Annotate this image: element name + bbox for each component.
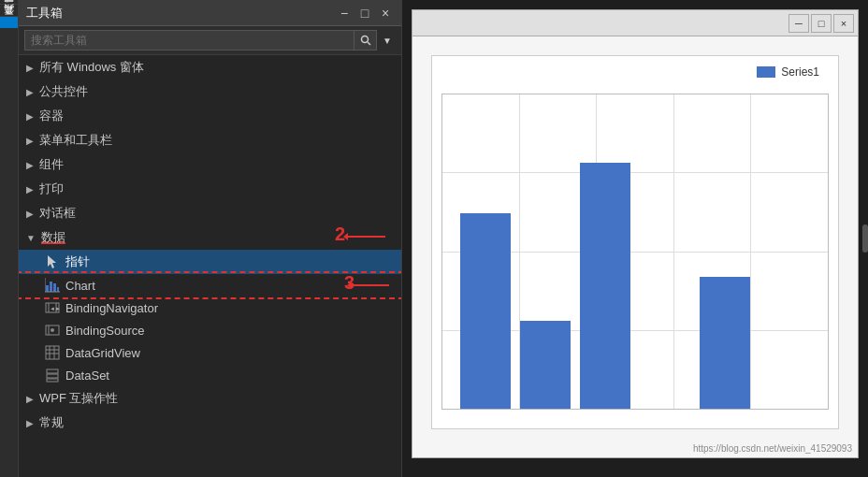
svg-rect-6 bbox=[50, 282, 52, 292]
chart-bar bbox=[580, 163, 630, 410]
arrow-annotation-2 bbox=[343, 227, 390, 246]
item-label: 指针 bbox=[65, 253, 90, 270]
category-label: 容器 bbox=[39, 108, 64, 124]
expand-arrow-icon bbox=[26, 87, 34, 97]
watermark-text: https://blog.csdn.net/weixin_41529093 bbox=[693, 443, 852, 454]
toolbox-search-bar: ▼ bbox=[19, 26, 401, 55]
chart-bar bbox=[520, 321, 571, 410]
design-surface: ─ □ × Series1 bbox=[402, 0, 868, 477]
chart-bars bbox=[451, 94, 819, 410]
svg-rect-26 bbox=[47, 374, 58, 378]
category-menus-toolbars[interactable]: 菜单和工具栏 bbox=[19, 128, 401, 152]
category-windows-forms[interactable]: 所有 Windows 窗体 bbox=[19, 55, 401, 80]
svg-rect-20 bbox=[46, 346, 59, 359]
item-label: DataGridView bbox=[65, 346, 140, 360]
category-containers[interactable]: 容器 bbox=[19, 104, 401, 128]
category-label: 数据 bbox=[41, 229, 65, 246]
item-label: BindingNavigator bbox=[65, 301, 158, 315]
toolbox-header: 工具箱 − □ × bbox=[19, 0, 401, 26]
chart-legend: Series1 bbox=[757, 65, 819, 79]
svg-point-19 bbox=[51, 328, 54, 332]
toolbox-item-datagridview[interactable]: DataGridView bbox=[19, 341, 401, 364]
svg-text:◄►: ◄► bbox=[50, 306, 60, 311]
svg-line-1 bbox=[368, 42, 370, 45]
expand-arrow-icon bbox=[26, 184, 34, 195]
expand-arrow-icon bbox=[26, 394, 34, 404]
search-icon bbox=[360, 35, 371, 46]
category-label: 菜单和工具栏 bbox=[39, 132, 112, 149]
svg-rect-5 bbox=[46, 285, 49, 292]
category-label: 所有 Windows 窗体 bbox=[39, 59, 144, 76]
legend-label: Series1 bbox=[781, 65, 819, 79]
restore-button[interactable]: □ bbox=[356, 5, 373, 22]
toolbox-item-binding-navigator[interactable]: ◄► BindingNavigator bbox=[19, 296, 401, 319]
legend-color-box bbox=[757, 66, 775, 78]
item-label: Chart bbox=[65, 279, 95, 293]
sidebar-item-toolbox[interactable]: 工具箱 bbox=[0, 16, 18, 28]
category-general[interactable]: 常规 bbox=[19, 411, 401, 435]
toolbox-title: 工具箱 bbox=[26, 5, 63, 22]
expand-arrow-icon bbox=[26, 63, 34, 73]
item-label: DataSet bbox=[65, 369, 109, 383]
arrow-annotation-3 bbox=[347, 276, 394, 295]
form-minimize-button[interactable]: ─ bbox=[788, 14, 809, 33]
search-options-button[interactable]: ▼ bbox=[379, 32, 396, 49]
binding-navigator-icon: ◄► bbox=[45, 300, 60, 315]
chart-icon bbox=[45, 278, 60, 293]
svg-rect-25 bbox=[47, 369, 58, 373]
category-label: 打印 bbox=[39, 181, 64, 197]
form-titlebar: ─ □ × bbox=[412, 10, 858, 36]
datagridview-icon bbox=[45, 345, 60, 360]
form-chart[interactable]: Series1 bbox=[431, 55, 839, 429]
sidebar-item-server-explorer[interactable]: 服务器资源管理器 bbox=[0, 4, 18, 16]
toolbox-header-buttons: − □ × bbox=[336, 5, 394, 22]
toolbox-item-binding-source[interactable]: BindingSource bbox=[19, 319, 401, 341]
expand-arrow-icon bbox=[26, 209, 34, 219]
form-window: ─ □ × Series1 bbox=[412, 9, 859, 458]
category-dialogs[interactable]: 对话框 bbox=[19, 201, 401, 225]
toolbox-item-dataset[interactable]: DataSet bbox=[19, 364, 401, 386]
toolbox-panel: 工具箱 − □ × ▼ 所有 Windows 窗体 公共控件 bbox=[19, 0, 402, 477]
category-label: 组件 bbox=[39, 156, 64, 173]
expand-arrow-icon bbox=[26, 418, 34, 428]
toolbox-item-chart[interactable]: Chart 3 bbox=[19, 274, 401, 296]
svg-rect-8 bbox=[57, 287, 59, 292]
binding-source-icon bbox=[45, 323, 60, 338]
svg-marker-4 bbox=[48, 255, 56, 268]
dataset-icon bbox=[45, 368, 60, 383]
v-line bbox=[441, 94, 442, 410]
form-restore-button[interactable]: □ bbox=[811, 14, 832, 33]
pin-button[interactable]: − bbox=[336, 5, 353, 22]
v-line bbox=[828, 94, 829, 410]
toolbox-item-pointer[interactable]: 指针 bbox=[19, 250, 401, 274]
category-wpf-interop[interactable]: WPF 互操作性 bbox=[19, 386, 401, 411]
expand-arrow-icon bbox=[26, 160, 34, 170]
category-label: 常规 bbox=[39, 414, 64, 431]
category-label: 公共控件 bbox=[39, 83, 88, 100]
close-button[interactable]: × bbox=[377, 5, 394, 22]
chart-bar bbox=[700, 277, 750, 410]
toolbox-content: 所有 Windows 窗体 公共控件 容器 菜单和工具栏 组件 打印 bbox=[19, 55, 401, 477]
svg-rect-7 bbox=[53, 283, 56, 292]
svg-marker-3 bbox=[343, 233, 348, 240]
pointer-icon bbox=[45, 254, 60, 269]
category-label: WPF 互操作性 bbox=[39, 390, 119, 407]
category-components[interactable]: 组件 bbox=[19, 152, 401, 177]
category-printing[interactable]: 打印 bbox=[19, 177, 401, 201]
expand-arrow-icon bbox=[26, 111, 34, 122]
category-data[interactable]: 数据 2 bbox=[19, 225, 401, 250]
form-close-button[interactable]: × bbox=[833, 14, 854, 33]
item-label: BindingSource bbox=[65, 324, 145, 338]
search-input[interactable] bbox=[24, 30, 354, 51]
search-button[interactable] bbox=[354, 30, 377, 51]
chart-bar bbox=[460, 213, 511, 410]
form-content: Series1 bbox=[412, 36, 858, 457]
expand-arrow-icon bbox=[26, 233, 36, 243]
svg-marker-12 bbox=[347, 282, 352, 289]
vertical-sidebar: 服务器资源管理器 工具箱 bbox=[0, 0, 19, 477]
resize-handle[interactable] bbox=[862, 224, 868, 253]
category-common-controls[interactable]: 公共控件 bbox=[19, 80, 401, 104]
svg-point-0 bbox=[361, 36, 368, 43]
svg-rect-27 bbox=[47, 379, 58, 382]
expand-arrow-icon bbox=[26, 136, 34, 146]
